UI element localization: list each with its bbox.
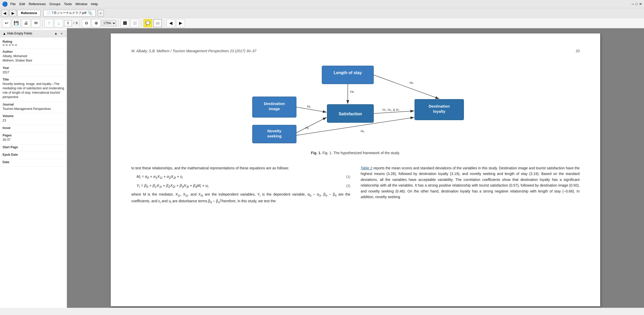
author-value: Albaity, MohamedMelhem, Shaker Bani (3, 54, 64, 63)
epub-date-label: Epub Date (3, 153, 64, 156)
dot-5[interactable] (15, 44, 17, 46)
volume-value: 23 (3, 118, 64, 123)
svg-text:image: image (269, 107, 280, 111)
volume-section: Volume 23 (0, 113, 67, 125)
attachment-icon: 📎 (88, 11, 93, 15)
back-doc-btn[interactable]: ↩ (2, 19, 11, 27)
minimize-btn[interactable]: ─ (632, 2, 634, 6)
pages-label: Pages (3, 134, 64, 137)
save-btn[interactable]: 💾 (12, 19, 21, 27)
zoom-in-btn[interactable]: ⊕ (92, 19, 100, 27)
next-page-btn[interactable]: ↓ (54, 19, 63, 27)
svg-line-21 (374, 75, 439, 99)
page-num: 33 (575, 49, 580, 53)
year-section: Year 2017 (0, 65, 67, 77)
nav-extra-btn[interactable]: » (98, 10, 104, 16)
title-bar: 🔵 File Edit References Groups Tools Wind… (0, 0, 644, 8)
diagram-caption: Fig. 1. Fig. 1. The hypothesized framewo… (311, 151, 400, 155)
close-btn[interactable]: ✕ (639, 2, 642, 6)
menu-edit[interactable]: Edit (18, 2, 26, 6)
title-label: Title (3, 78, 64, 81)
pdf-icon: 📄 (46, 11, 51, 15)
date-label: Date (3, 160, 64, 164)
svg-text:Length of stay: Length of stay (334, 71, 362, 75)
hide-fields-label[interactable]: Hide Empty Fields (7, 32, 32, 35)
rating-label: Rating (3, 40, 64, 43)
text-highlight-btn[interactable]: ab (153, 19, 162, 27)
maximize-btn[interactable]: □ (635, 2, 638, 6)
sep1 (42, 20, 43, 27)
author-label: Author (3, 50, 64, 54)
zoom-out-btn[interactable]: ⊖ (82, 19, 91, 27)
sep4 (141, 20, 141, 27)
menu-groups[interactable]: Groups (48, 2, 62, 6)
rating-dots[interactable] (3, 44, 64, 46)
print-btn[interactable]: 🖨 (22, 19, 30, 27)
pdf-tab[interactable]: 📄 7月ジャーナルクラブ.pdf 📎 (44, 10, 96, 16)
col-right: Table 2 reports the mean scores and stan… (361, 165, 580, 207)
svg-line-17 (296, 117, 327, 133)
svg-text:H₁: H₁ (307, 104, 311, 108)
fit-page-btn[interactable]: ⬜ (130, 19, 139, 27)
col-right-p1: Table 2 reports the mean scores and stan… (361, 165, 580, 200)
dot-4[interactable] (12, 44, 14, 46)
issue-label: Issue (3, 126, 64, 130)
year-label: Year (3, 66, 64, 70)
dot-3[interactable] (9, 44, 11, 46)
zoom-select[interactable]: 175% 50% 75% 100% 125% 150% 200% (101, 20, 116, 26)
sep2 (80, 20, 80, 27)
total-pages: 9 (76, 21, 78, 25)
menu-tools[interactable]: Tools (63, 2, 73, 6)
next-result-btn[interactable]: ▶ (176, 19, 185, 27)
dot-1[interactable] (3, 44, 5, 46)
svg-text:Destination: Destination (429, 104, 450, 108)
content-area[interactable]: M. Albaity, S.B. Melhem / Tourism Manage… (67, 28, 644, 308)
nav-bar: ◀ ▶ Reference 📄 7月ジャーナルクラブ.pdf 📎 » (0, 8, 644, 18)
equation-1: Mi = α0 + α1X1i + α2X2i + εi (1) (137, 173, 350, 180)
col-left-p1: to test these relationships, and the mat… (131, 165, 350, 171)
comment-btn[interactable]: 💬 (143, 19, 152, 27)
svg-text:H₈: H₈ (350, 90, 354, 94)
date-section: Date (0, 159, 67, 167)
title-section: Title Novelty seeking, image, and loyalt… (0, 77, 67, 101)
pdf-page: M. Albaity, S.B. Melhem / Tourism Manage… (111, 33, 600, 306)
journal-value: Tourism Management Perspectives (3, 107, 64, 111)
sidebar-scroll-up[interactable]: ▲ (53, 31, 58, 36)
prev-page-btn[interactable]: ↑ (45, 19, 53, 27)
back-button[interactable]: ◀ (1, 10, 8, 16)
equation-2: Yi = β0 + β1X1i + β2X2i + β3X3i + β4Mi +… (137, 182, 350, 189)
author-section: Author Albaity, MohamedMelhem, Shaker Ba… (0, 49, 67, 65)
svg-line-15 (296, 107, 327, 112)
start-page-section: Start Page (0, 144, 67, 152)
menu-window[interactable]: Window (74, 2, 88, 6)
sidebar-expand-btn[interactable]: » (59, 31, 64, 36)
fit-width-btn[interactable]: ⬛ (121, 19, 129, 27)
table2-ref[interactable]: Table 2 (361, 166, 372, 170)
diagram-container: Length of stay Destination image Novelty… (131, 61, 580, 155)
pdf-toolbar: ↩ 💾 🖨 ✉ ↑ ↓ / 9 ⊖ ⊕ 175% 50% 75% 100% 12… (0, 18, 644, 28)
prev-result-btn[interactable]: ◀ (166, 19, 175, 27)
start-page-label: Start Page (3, 145, 64, 149)
diagram-caption-text: Fig. 1. The hypothesized framework of th… (322, 151, 400, 155)
diagram-svg: Length of stay Destination image Novelty… (240, 61, 471, 148)
journal-label: Journal (3, 103, 64, 106)
eq2-num: (2) (346, 183, 350, 189)
svg-rect-0 (322, 66, 374, 84)
menu-help[interactable]: Help (90, 2, 99, 6)
epub-date-section: Epub Date (0, 152, 67, 159)
rating-section: Rating (0, 39, 67, 49)
svg-text:H₄: H₄ (361, 129, 364, 133)
svg-text:H₂: H₂ (305, 126, 309, 130)
eq1-text: Mi = α0 + α1X1i + α2X2i + εi (137, 173, 183, 180)
dot-2[interactable] (6, 44, 8, 46)
forward-button[interactable]: ▶ (9, 10, 16, 16)
menu-references[interactable]: References (28, 2, 47, 6)
page-input[interactable] (64, 20, 72, 26)
journal-citation: M. Albaity, S.B. Melhem / Tourism Manage… (131, 49, 256, 53)
svg-text:H₃: H₃ (410, 81, 413, 85)
menu-file[interactable]: File (9, 2, 17, 6)
email-btn[interactable]: ✉ (31, 19, 40, 27)
title-value: Novelty seeking, image, and loyalty—The … (3, 82, 64, 99)
reference-tab-label: Reference (21, 11, 37, 15)
reference-tab[interactable]: Reference (18, 10, 40, 16)
